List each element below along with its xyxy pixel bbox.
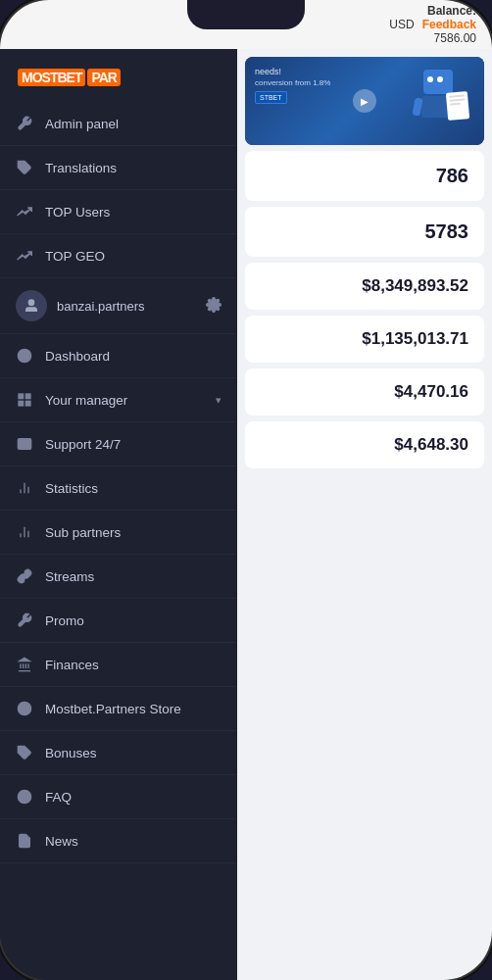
sidebar-label-news: News	[45, 834, 78, 849]
bonuses-tag-icon	[16, 744, 33, 761]
stat-value-2: 5783	[425, 220, 469, 243]
info-icon	[16, 788, 33, 806]
banner-illustration	[406, 65, 469, 138]
banner-brand: STBET	[255, 91, 287, 104]
sidebar-item-store[interactable]: Mostbet.Partners Store	[0, 687, 237, 731]
phone-frame: Balance: USD Feedback 7586.00 MOSTBETPAR	[0, 0, 492, 980]
bank-icon	[16, 656, 33, 673]
svg-point-22	[24, 708, 26, 710]
sidebar-item-sub-partners[interactable]: Sub partners	[0, 511, 237, 555]
stat-value-3: $8,349,893.52	[362, 276, 468, 296]
sidebar-item-promo[interactable]: Promo	[0, 599, 237, 643]
mail-icon	[16, 435, 33, 453]
bar-chart-icon-2	[16, 523, 33, 541]
sidebar-item-news[interactable]: News	[0, 819, 237, 863]
target-icon	[16, 700, 33, 717]
clock-icon	[16, 347, 33, 365]
news-icon	[16, 832, 33, 850]
profile-name: banzai.partners	[57, 299, 196, 314]
banner-needs: needs!	[255, 67, 330, 76]
svg-rect-6	[25, 401, 30, 406]
sidebar-item-faq[interactable]: FAQ	[0, 775, 237, 819]
sidebar-item-admin-panel[interactable]: Admin panel	[0, 102, 237, 146]
sidebar-label-your-manager: Your manager	[45, 393, 127, 408]
svg-rect-4	[19, 394, 24, 399]
chevron-down-icon: ▾	[216, 394, 221, 407]
stat-value-4: $1,135,013.71	[362, 329, 468, 349]
profile-row[interactable]: banzai.partners	[0, 278, 237, 334]
sidebar-label-bonuses: Bonuses	[45, 746, 97, 760]
sidebar-label-translations: Translations	[45, 161, 117, 175]
currency-label: USD	[389, 18, 414, 31]
feedback-link[interactable]: Feedback	[422, 18, 476, 31]
sidebar-label-faq: FAQ	[45, 790, 72, 805]
sidebar-item-support[interactable]: Support 24/7	[0, 422, 237, 466]
balance-row: USD Feedback	[389, 18, 476, 31]
stat-card-5: $4,470.16	[245, 368, 484, 416]
sidebar-label-top-users: TOP Users	[45, 205, 110, 220]
gear-icon[interactable]	[206, 297, 221, 316]
stat-card-3: $8,349,893.52	[245, 263, 484, 310]
sidebar-label-promo: Promo	[45, 613, 84, 628]
sidebar-item-bonuses[interactable]: Bonuses	[0, 731, 237, 775]
link-icon	[16, 567, 33, 585]
sidebar-item-top-geo[interactable]: TOP GEO	[0, 234, 237, 278]
svg-rect-5	[25, 394, 30, 399]
stat-value-6: $4,648.30	[394, 435, 468, 455]
sidebar-item-statistics[interactable]: Statistics	[0, 466, 237, 511]
layout-icon	[16, 391, 33, 409]
promo-wrench-icon	[16, 612, 33, 629]
sidebar-item-top-users[interactable]: TOP Users	[0, 190, 237, 234]
sidebar-item-finances[interactable]: Finances	[0, 643, 237, 687]
banner-text: needs! conversion from 1.8% STBET	[255, 67, 330, 104]
logo-badge: PAR	[87, 69, 121, 86]
logo-text-main: MOSTBET	[18, 69, 85, 86]
sidebar-label-admin-panel: Admin panel	[45, 117, 119, 131]
stat-card-4: $1,135,013.71	[245, 316, 484, 363]
svg-point-1	[28, 300, 33, 305]
sidebar-item-left-manager: Your manager	[16, 391, 127, 409]
main-content: MOSTBETPAR Admin panel Translations	[0, 49, 492, 980]
stat-card-6: $4,648.30	[245, 421, 484, 468]
svg-rect-7	[19, 401, 24, 406]
banner-bg: needs! conversion from 1.8% STBET ▶	[245, 57, 484, 145]
sidebar-label-streams: Streams	[45, 569, 94, 584]
avatar	[16, 290, 47, 321]
sidebar-label-dashboard: Dashboard	[45, 349, 110, 364]
sidebar-item-dashboard[interactable]: Dashboard	[0, 334, 237, 378]
trending-up-icon-1	[16, 203, 33, 220]
svg-marker-19	[20, 658, 30, 661]
sidebar-label-finances: Finances	[45, 658, 99, 672]
sidebar-item-translations[interactable]: Translations	[0, 146, 237, 190]
stat-value-1: 786	[436, 165, 468, 187]
sidebar-label-statistics: Statistics	[45, 481, 98, 496]
play-button[interactable]: ▶	[353, 89, 376, 113]
bar-chart-icon-1	[16, 479, 33, 497]
balance-area: Balance: USD Feedback 7586.00	[389, 4, 476, 45]
stat-card-2: 5783	[245, 207, 484, 257]
sidebar-label-support: Support 24/7	[45, 437, 121, 452]
banner-area: needs! conversion from 1.8% STBET ▶	[245, 57, 484, 145]
logo-area: MOSTBETPAR	[0, 49, 237, 102]
tag-icon	[16, 159, 33, 176]
sidebar-item-your-manager[interactable]: Your manager ▾	[0, 378, 237, 422]
status-bar: Balance: USD Feedback 7586.00	[0, 0, 492, 49]
trending-up-icon-2	[16, 247, 33, 265]
logo: MOSTBETPAR	[16, 63, 121, 88]
balance-amount: 7586.00	[434, 31, 476, 45]
banner-conversion: conversion from 1.8%	[255, 78, 330, 87]
notch	[187, 0, 305, 29]
sidebar-label-top-geo: TOP GEO	[45, 249, 105, 264]
stat-value-5: $4,470.16	[394, 382, 468, 402]
sidebar-item-streams[interactable]: Streams	[0, 555, 237, 599]
content-area: needs! conversion from 1.8% STBET ▶	[237, 49, 492, 980]
sidebar-label-sub-partners: Sub partners	[45, 525, 121, 540]
sidebar: MOSTBETPAR Admin panel Translations	[0, 49, 237, 980]
stat-card-1: 786	[245, 151, 484, 201]
sidebar-label-store: Mostbet.Partners Store	[45, 702, 181, 716]
balance-label: Balance:	[427, 4, 476, 18]
wrench-icon	[16, 115, 33, 132]
